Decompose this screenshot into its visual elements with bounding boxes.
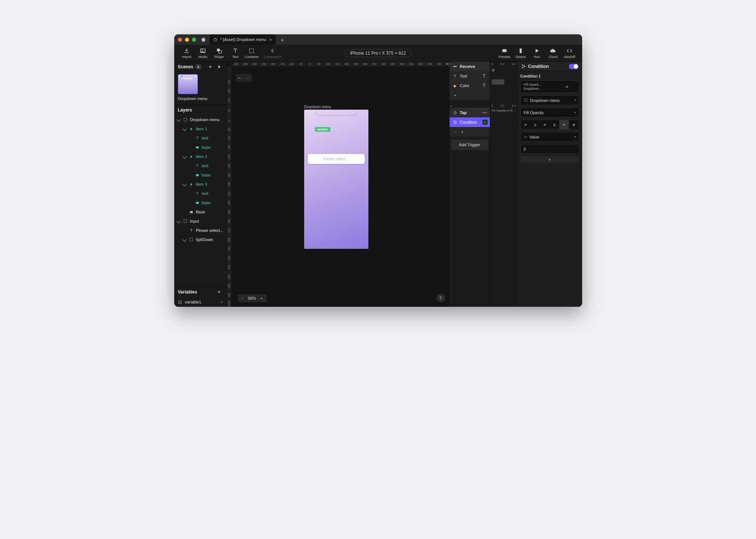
device-button[interactable]: Device — [513, 48, 529, 59]
condition-toggle[interactable] — [569, 64, 578, 69]
scenes-bolt-button[interactable] — [216, 63, 223, 70]
condition-summary-field[interactable]: Fill Opacit...Dropdown... = — [520, 80, 579, 93]
horizontal-ruler: -400-350-300-250-200-150-100-50050100150… — [231, 62, 450, 66]
receive-trigger-header[interactable]: Receive — [450, 62, 490, 71]
layer-row[interactable]: base — [174, 198, 226, 207]
vertical-ruler: -200-150-100-500501001502002503003504004… — [227, 66, 231, 307]
op-lt[interactable]: < — [540, 120, 550, 129]
receive-text-row[interactable]: Text T — [450, 71, 490, 81]
disclosure-arrow-icon[interactable] — [182, 155, 186, 159]
variable-row[interactable]: variable1 ⌗ — [174, 297, 226, 307]
layer-row[interactable]: Item 2 — [174, 152, 226, 161]
add-variable-button[interactable]: + — [216, 289, 223, 295]
document-tab[interactable]: * [Asset] Dropdown menu × — [210, 34, 276, 45]
handoff-button[interactable]: Handoff — [561, 48, 578, 59]
run-button[interactable]: Run — [529, 48, 545, 59]
tap-trigger-header[interactable]: Tap — [450, 108, 490, 117]
timeline-ruler-1: 0 0.2 0.4 — [490, 62, 517, 66]
layer-row[interactable]: base — [174, 143, 226, 152]
ruler-menu-icon[interactable]: ▾ — [445, 62, 450, 66]
op-neq[interactable]: ≠ — [569, 120, 578, 129]
receive-color-row[interactable]: Color T — [450, 81, 490, 90]
layers-header: Layers — [174, 105, 226, 115]
device-label[interactable]: iPhone 11 Pro / X 375 × 812 — [344, 49, 411, 57]
add-trigger-button[interactable]: Add Trigger — [451, 140, 488, 150]
add-condition-button[interactable]: + — [520, 156, 579, 163]
condition-icon — [521, 64, 526, 69]
op-eq[interactable]: = — [559, 120, 569, 129]
minimize-window-button[interactable] — [185, 38, 189, 42]
layer-row[interactable]: Item 3 — [174, 180, 226, 189]
select-field[interactable]: Please select... — [308, 154, 365, 164]
svg-rect-5 — [250, 48, 254, 52]
disclosure-arrow-icon[interactable] — [182, 238, 186, 242]
variable-chip[interactable]: variable1 — [315, 127, 330, 132]
cloud-button[interactable]: Cloud — [545, 48, 561, 59]
preview-button[interactable]: Preview — [496, 48, 513, 59]
nav-back-button[interactable]: ← — [236, 74, 244, 82]
layer-row[interactable]: Input — [174, 217, 226, 226]
equals-icon: = — [566, 84, 568, 90]
nav-forward-button[interactable]: → — [244, 74, 252, 82]
op-gt[interactable]: > — [521, 120, 530, 129]
target-dropdown[interactable]: Dropdown menu▾ — [520, 95, 579, 105]
artboard[interactable]: variable1 Please select... — [304, 110, 368, 249]
canvas[interactable]: -400-350-300-250-200-150-100-50050100150… — [227, 62, 450, 307]
disclosure-arrow-icon[interactable] — [182, 127, 186, 131]
value-type-dropdown[interactable]: 1a Value▾ — [520, 132, 579, 142]
disclosure-arrow-icon[interactable] — [176, 219, 181, 223]
value-input[interactable]: 0 — [520, 144, 579, 154]
timeline-keyframe[interactable] — [492, 69, 495, 72]
text-icon — [195, 136, 200, 141]
op-gte[interactable]: ≥ — [530, 120, 540, 129]
layer-row[interactable]: Item 1 — [174, 124, 226, 134]
remove-icon[interactable] — [482, 112, 487, 113]
shape-tool[interactable]: Shape — [211, 48, 227, 59]
layer-row[interactable]: text — [174, 134, 226, 143]
bolt-icon — [189, 154, 194, 159]
layer-row[interactable]: Dropdown menu — [174, 115, 226, 124]
layer-row[interactable]: text — [174, 189, 226, 198]
scene-name[interactable]: Dropdown menu — [178, 96, 223, 102]
help-button[interactable]: ? — [436, 293, 445, 302]
debug-icon[interactable]: ⌗ — [220, 300, 223, 305]
disclosure-arrow-icon[interactable] — [182, 182, 186, 186]
tap-add-row[interactable]: ⸰+ — [450, 127, 490, 137]
layer-row[interactable]: text — [174, 161, 226, 171]
condition-row[interactable]: Condition + — [450, 117, 490, 127]
bolt-icon — [189, 127, 194, 131]
home-icon[interactable] — [201, 38, 206, 42]
timeline-ruler-2: 0 0.2 0.4 — [490, 103, 517, 108]
container-tool[interactable]: Container — [244, 48, 260, 59]
add-tab-button[interactable]: + — [277, 36, 288, 43]
add-scene-button[interactable]: + — [207, 63, 214, 70]
component-tool[interactable]: Component — [265, 48, 281, 59]
disclosure-arrow-icon[interactable] — [176, 118, 181, 122]
layer-row[interactable]: Base — [174, 207, 226, 217]
zoom-window-button[interactable] — [192, 38, 196, 42]
variables-header: Variables + — [174, 287, 226, 297]
text-tool[interactable]: Text — [227, 48, 244, 59]
close-window-button[interactable] — [178, 38, 182, 42]
layer-row[interactable]: Please select... — [174, 226, 226, 235]
receive-add-row[interactable]: + — [450, 90, 490, 100]
import-tool[interactable]: Import — [179, 48, 195, 59]
scene-thumbnail[interactable] — [178, 74, 198, 94]
layer-row[interactable]: 5pt/Down — [174, 235, 226, 244]
add-condition-icon[interactable]: + — [482, 120, 488, 125]
zoom-out-button[interactable]: − — [239, 296, 246, 301]
svg-point-23 — [522, 67, 523, 68]
window-controls — [178, 38, 196, 42]
left-panel: Scenes 1 + Dropdown menu Layers Dropdown… — [174, 62, 227, 307]
media-tool[interactable]: Media — [195, 48, 211, 59]
layer-row[interactable]: base — [174, 171, 226, 180]
close-tab-icon[interactable]: × — [269, 37, 272, 42]
timeline-color-swatch[interactable] — [492, 79, 504, 85]
zoom-in-button[interactable]: + — [258, 296, 265, 301]
artboard-label[interactable]: Dropdown menu — [304, 105, 331, 109]
op-lte[interactable]: ≤ — [550, 120, 559, 129]
property-dropdown[interactable]: Fill Opacity▾ — [520, 107, 579, 117]
svg-point-4 — [219, 50, 222, 54]
receive-icon — [453, 64, 458, 69]
trigger-collapse-icon[interactable]: ▾ — [450, 103, 490, 108]
